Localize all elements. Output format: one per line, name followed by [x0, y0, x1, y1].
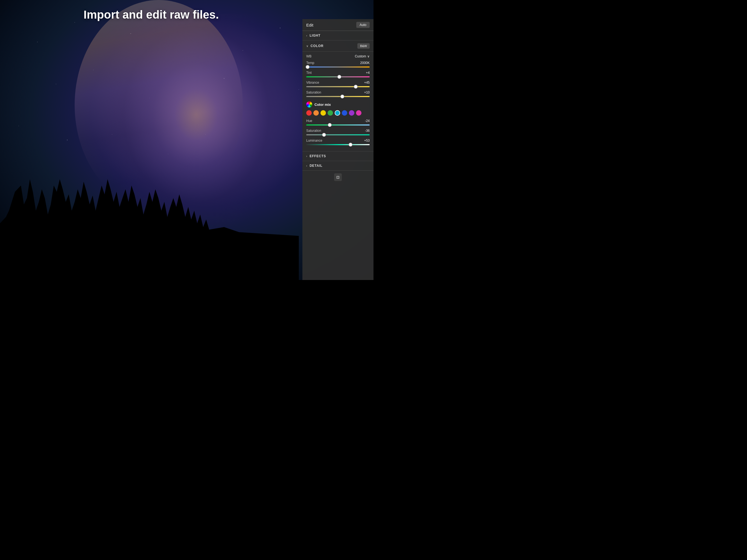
- cmix-sat-label-row: Saturation -36: [306, 129, 370, 133]
- vibrance-track[interactable]: [306, 86, 370, 87]
- saturation-slider-row: Saturation +10: [306, 91, 370, 97]
- saturation-label: Saturation: [306, 91, 321, 94]
- temp-label-row: Temp 2000K: [306, 61, 370, 65]
- luminance-value: +53: [364, 138, 370, 143]
- tint-label-row: Tint +4: [306, 71, 370, 75]
- luminance-slider-row: Luminance +53: [306, 138, 370, 145]
- light-section-label: LIGHT: [310, 34, 320, 37]
- color-mix-label: Color mix: [314, 103, 331, 107]
- hue-label-row: Hue -24: [306, 119, 370, 123]
- hue-slider-row: Hue -24: [306, 119, 370, 126]
- crop-icon[interactable]: ⊡: [334, 173, 342, 181]
- wb-label: WB: [306, 54, 311, 58]
- luminance-label-row: Luminance +53: [306, 138, 370, 143]
- bottom-icons-row: ⊡: [302, 170, 374, 184]
- hue-thumb[interactable]: [328, 123, 332, 127]
- color-section-left: ∨ COLOR: [306, 44, 324, 48]
- saturation-track[interactable]: [306, 96, 370, 97]
- light-section-left: › LIGHT: [306, 34, 320, 37]
- color-circle-green[interactable]: [328, 110, 333, 116]
- milky-way: [75, 0, 243, 210]
- lum-thumb[interactable]: [349, 143, 353, 147]
- cmix-sat-track[interactable]: [306, 134, 370, 135]
- wb-value-container[interactable]: Custom ∨: [355, 54, 370, 58]
- light-section-header[interactable]: › LIGHT: [302, 31, 374, 41]
- luminance-label: Luminance: [306, 138, 323, 143]
- vibrance-thumb[interactable]: [354, 85, 358, 88]
- panel-header: Edit Auto: [302, 19, 374, 31]
- lum-track[interactable]: [306, 144, 370, 145]
- color-circle-blue[interactable]: [342, 110, 347, 116]
- cmix-sat-slider-row: Saturation -36: [306, 129, 370, 135]
- vibrance-label: Vibrance: [306, 81, 319, 84]
- saturation-value: +10: [364, 91, 370, 94]
- auto-button[interactable]: Auto: [356, 22, 370, 28]
- panel-title: Edit: [306, 23, 313, 27]
- hue-value: -24: [365, 119, 370, 123]
- tint-slider-row: Tint +4: [306, 71, 370, 77]
- color-mix-header: Color mix: [306, 100, 370, 107]
- detail-section-label: DETAIL: [310, 164, 323, 168]
- temp-thumb[interactable]: [306, 65, 310, 69]
- color-circle-magenta[interactable]: [356, 110, 361, 116]
- cmix-sat-label: Saturation: [306, 129, 321, 133]
- color-section-label: COLOR: [311, 44, 324, 48]
- color-circle-teal[interactable]: [335, 110, 340, 116]
- detail-chevron-icon: ›: [306, 164, 307, 167]
- tint-track[interactable]: [306, 76, 370, 77]
- tint-value: +4: [366, 71, 370, 75]
- detail-section-header[interactable]: › DETAIL: [302, 161, 374, 170]
- wb-dropdown-icon: ∨: [367, 54, 370, 58]
- temp-label: Temp: [306, 61, 314, 65]
- temp-slider-row: Temp 2000K: [306, 61, 370, 68]
- color-section-content: WB Custom ∨ Temp 2000K Tint +4: [302, 52, 374, 151]
- tint-thumb[interactable]: [337, 75, 341, 79]
- saturation-thumb[interactable]: [340, 95, 344, 98]
- temp-value: 2000K: [360, 61, 370, 65]
- temp-track[interactable]: [306, 67, 370, 68]
- vibrance-value: +45: [364, 81, 370, 84]
- effects-section-header[interactable]: › EFFECTS: [302, 151, 374, 161]
- cmix-sat-thumb[interactable]: [322, 133, 326, 137]
- cmix-sat-value: -36: [365, 129, 370, 133]
- hue-track[interactable]: [306, 124, 370, 126]
- tint-label: Tint: [306, 71, 312, 75]
- vibrance-label-row: Vibrance +45: [306, 81, 370, 84]
- bw-button[interactable]: B&W: [357, 43, 370, 49]
- color-chevron-icon: ∨: [306, 45, 308, 48]
- saturation-label-row: Saturation +10: [306, 91, 370, 94]
- color-circle-purple[interactable]: [349, 110, 354, 116]
- effects-section-label: EFFECTS: [310, 154, 326, 158]
- page-title: Import and edit raw files.: [0, 8, 302, 21]
- edit-panel: Edit Auto › LIGHT ∨ COLOR B&W WB Custom …: [302, 19, 374, 280]
- color-circle-red[interactable]: [306, 110, 312, 116]
- color-circle-yellow[interactable]: [320, 110, 326, 116]
- color-section-header[interactable]: ∨ COLOR B&W: [302, 41, 374, 52]
- light-chevron-icon: ›: [306, 34, 307, 37]
- effects-chevron-icon: ›: [306, 155, 307, 158]
- wb-value-text: Custom: [355, 54, 366, 58]
- hue-label: Hue: [306, 119, 312, 123]
- color-circles: [306, 110, 370, 116]
- wb-row: WB Custom ∨: [306, 54, 370, 58]
- color-circle-orange[interactable]: [313, 110, 319, 116]
- color-wheel-icon: [306, 101, 312, 107]
- vibrance-slider-row: Vibrance +45: [306, 81, 370, 87]
